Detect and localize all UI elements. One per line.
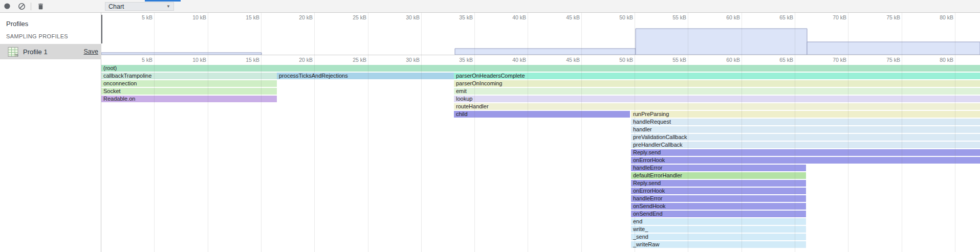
overview-baseline bbox=[101, 55, 980, 55]
flame-bar[interactable]: handler bbox=[631, 126, 980, 133]
flame-bar-label: onSendHook bbox=[631, 203, 806, 210]
profile-table-icon: % bbox=[8, 47, 18, 57]
flame-bar-label: Reply.send bbox=[631, 149, 980, 156]
flame-bar-label: write_ bbox=[631, 226, 806, 233]
flame-bar[interactable]: onSendEnd bbox=[631, 211, 806, 217]
flame-bar-label: Socket bbox=[101, 88, 277, 95]
ruler-bottom-tick-label: 20 kB bbox=[283, 57, 313, 63]
flame-bar[interactable]: Reply.send bbox=[631, 149, 980, 156]
flame-bar-label: processTicksAndRejections bbox=[277, 73, 454, 79]
ruler-bottom-tick-label: 35 kB bbox=[443, 57, 473, 63]
flame-bar[interactable]: onErrorHook bbox=[631, 188, 806, 194]
toolbar-separator bbox=[31, 3, 31, 10]
flame-bar[interactable]: Reply.send bbox=[631, 180, 806, 187]
flame-bar-label: child bbox=[454, 111, 630, 118]
overview-step bbox=[807, 42, 980, 55]
flame-bar-label: onErrorHook bbox=[631, 157, 980, 164]
flame-bar-label: Reply.send bbox=[631, 180, 806, 187]
record-button[interactable] bbox=[0, 0, 14, 12]
flame-bar[interactable]: parserOnIncoming bbox=[454, 80, 980, 87]
ruler-bottom-tick-label: 5 kB bbox=[123, 57, 153, 63]
flame-bar[interactable]: _send bbox=[631, 234, 806, 240]
flame-bar-label: preHandlerCallback bbox=[631, 142, 980, 148]
ruler-bottom-tick-label: 10 kB bbox=[177, 57, 206, 63]
flame-bar[interactable]: handleError bbox=[631, 165, 806, 171]
ruler-bottom-tick-label: 70 kB bbox=[817, 57, 846, 63]
sidebar-title: Profiles bbox=[6, 20, 28, 28]
ruler-bottom-tick-label: 55 kB bbox=[657, 57, 686, 63]
flame-bar[interactable]: onconnection bbox=[101, 80, 277, 87]
ruler-bottom-tick-label: 60 kB bbox=[710, 57, 740, 63]
flame-bar-label: runPreParsing bbox=[631, 111, 980, 118]
flame-bar-label: end bbox=[631, 218, 806, 225]
flame-bar[interactable]: (root) bbox=[101, 65, 980, 72]
flame-bar[interactable]: emit bbox=[454, 88, 980, 95]
flame-bar-label: defaultErrorHandler bbox=[631, 172, 806, 179]
ruler-bottom-tick-label: 30 kB bbox=[390, 57, 420, 63]
flame-bar[interactable]: routeHandler bbox=[454, 103, 980, 110]
ruler-bottom-tick-label: 65 kB bbox=[764, 57, 793, 63]
flame-bar-label: Readable.on bbox=[101, 96, 277, 102]
chevron-down-icon: ▼ bbox=[166, 4, 170, 9]
overview-left-grip[interactable] bbox=[101, 15, 102, 43]
flame-bar[interactable]: onSendHook bbox=[631, 203, 806, 210]
flame-bar-label: parserOnHeadersComplete bbox=[454, 73, 980, 79]
flame-bar-label: handleError bbox=[631, 195, 806, 202]
view-mode-value: Chart bbox=[108, 3, 124, 10]
flame-bar-label: lookup bbox=[454, 96, 980, 102]
ruler-bottom-tick-label: 45 kB bbox=[550, 57, 580, 63]
save-profile-link[interactable]: Save bbox=[84, 48, 99, 55]
flame-bar[interactable]: Socket bbox=[101, 88, 277, 95]
record-icon bbox=[4, 3, 11, 10]
flame-bar[interactable]: handleRequest bbox=[631, 119, 980, 125]
flame-bar[interactable]: handleError bbox=[631, 195, 806, 202]
overview-step bbox=[455, 49, 636, 55]
block-icon bbox=[18, 3, 26, 10]
flame-bar-label: handler bbox=[631, 126, 980, 133]
profile-list-item[interactable]: % Profile 1 Save bbox=[0, 44, 101, 59]
view-mode-select[interactable]: Chart ▼ bbox=[105, 2, 174, 11]
flame-bar[interactable]: preValidationCallback bbox=[631, 134, 980, 141]
ruler-bottom-tick-label: 50 kB bbox=[603, 57, 633, 63]
overview-step bbox=[636, 29, 807, 55]
flame-bar[interactable]: child bbox=[454, 111, 630, 118]
memory-overview-graph[interactable] bbox=[101, 13, 980, 55]
ruler-bottom-tick-label: 75 kB bbox=[870, 57, 900, 63]
flame-bar-label: parserOnIncoming bbox=[454, 80, 980, 87]
ruler-bottom-tick-label: 80 kB bbox=[924, 57, 953, 63]
flame-bar-label: onconnection bbox=[101, 80, 277, 87]
profiles-sidebar: Profiles SAMPLING PROFILES % Profile 1 S… bbox=[0, 13, 101, 252]
flame-bar-label: handleRequest bbox=[631, 119, 980, 125]
trash-icon bbox=[37, 3, 45, 10]
flame-bar[interactable]: lookup bbox=[454, 96, 980, 102]
flame-bar[interactable]: end bbox=[631, 218, 806, 225]
flame-bar[interactable]: parserOnHeadersComplete bbox=[454, 73, 980, 79]
active-tab-indicator bbox=[145, 0, 181, 2]
flame-bar[interactable]: callbackTrampoline bbox=[101, 73, 277, 79]
flame-bar[interactable]: processTicksAndRejections bbox=[277, 73, 454, 79]
ruler-bottom-tick-label: 40 kB bbox=[496, 57, 526, 63]
flame-bar[interactable]: Readable.on bbox=[101, 96, 277, 102]
sampling-profiles-header: SAMPLING PROFILES bbox=[6, 33, 68, 39]
toolbar: Chart ▼ bbox=[0, 0, 980, 13]
flame-bar[interactable]: onErrorHook bbox=[631, 157, 980, 164]
flame-bar-label: emit bbox=[454, 88, 980, 95]
flame-bar-label: onSendEnd bbox=[631, 211, 806, 217]
clear-button[interactable] bbox=[14, 0, 29, 12]
flame-bar-label: callbackTrampoline bbox=[101, 73, 277, 79]
flame-bar-label: _writeRaw bbox=[631, 241, 806, 248]
profile-name: Profile 1 bbox=[23, 48, 48, 56]
svg-text:%: % bbox=[15, 53, 18, 57]
flame-bar-label: (root) bbox=[101, 65, 980, 72]
flame-bar[interactable]: preHandlerCallback bbox=[631, 142, 980, 148]
flame-bar-label: preValidationCallback bbox=[631, 134, 980, 141]
ruler-bottom-tick-label: 25 kB bbox=[337, 57, 366, 63]
flame-bar[interactable]: _writeRaw bbox=[631, 241, 806, 248]
flame-bar[interactable]: write_ bbox=[631, 226, 806, 233]
flame-bar-label: handleError bbox=[631, 165, 806, 171]
flame-bar[interactable]: defaultErrorHandler bbox=[631, 172, 806, 179]
flame-bar[interactable]: runPreParsing bbox=[631, 111, 980, 118]
chart-main: 5 kB5 kB10 kB10 kB15 kB15 kB20 kB20 kB25… bbox=[101, 13, 980, 252]
flame-bar-label: _send bbox=[631, 234, 806, 240]
delete-profile-button[interactable] bbox=[33, 0, 48, 12]
